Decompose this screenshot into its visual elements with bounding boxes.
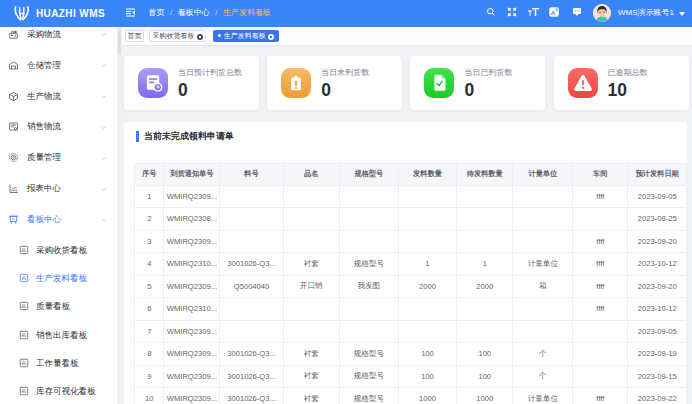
svg-text:A: A (551, 9, 556, 16)
